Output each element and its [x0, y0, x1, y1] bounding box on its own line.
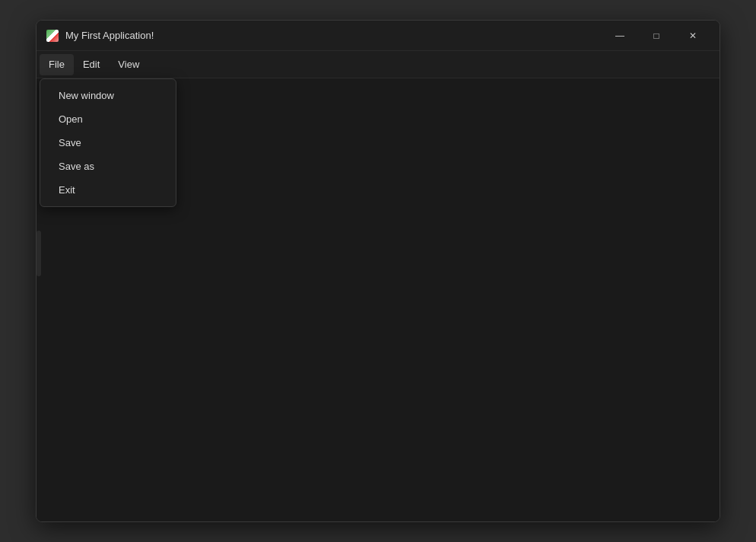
- titlebar-controls: — □ ✕: [602, 24, 710, 48]
- menu-item-exit-label: Exit: [59, 184, 75, 196]
- menu-item-open-label: Open: [59, 113, 83, 125]
- menu-item-exit[interactable]: Exit: [40, 178, 176, 202]
- menu-item-save[interactable]: Save: [40, 131, 176, 155]
- menu-item-new-window-label: New window: [59, 90, 114, 101]
- maximize-button[interactable]: □: [639, 24, 674, 48]
- menu-item-save-as[interactable]: Save as: [40, 155, 176, 178]
- application-window: My First Application! — □ ✕ File New win…: [36, 20, 720, 522]
- minimize-button[interactable]: —: [602, 24, 637, 48]
- close-button[interactable]: ✕: [675, 24, 710, 48]
- menu-item-open[interactable]: Open: [40, 107, 176, 131]
- menu-edit-label: Edit: [83, 59, 100, 70]
- titlebar-left: My First Application!: [46, 29, 154, 43]
- menu-view-label: View: [118, 59, 139, 70]
- menu-item-save-label: Save: [59, 137, 81, 148]
- menu-item-save-as-label: Save as: [59, 161, 94, 172]
- menu-file[interactable]: File New window Open Save Save as: [40, 54, 74, 75]
- file-dropdown-menu: New window Open Save Save as Exit: [40, 78, 176, 207]
- titlebar: My First Application! — □ ✕: [37, 21, 719, 51]
- window-title: My First Application!: [65, 30, 154, 41]
- menu-edit[interactable]: Edit: [74, 54, 109, 75]
- menu-item-new-window[interactable]: New window: [40, 84, 176, 107]
- desktop: My First Application! — □ ✕ File New win…: [0, 0, 756, 542]
- menubar: File New window Open Save Save as: [37, 51, 719, 78]
- menu-view[interactable]: View: [109, 54, 148, 75]
- app-icon: [46, 29, 59, 43]
- menu-file-label: File: [49, 59, 65, 70]
- scrollbar[interactable]: [37, 231, 41, 276]
